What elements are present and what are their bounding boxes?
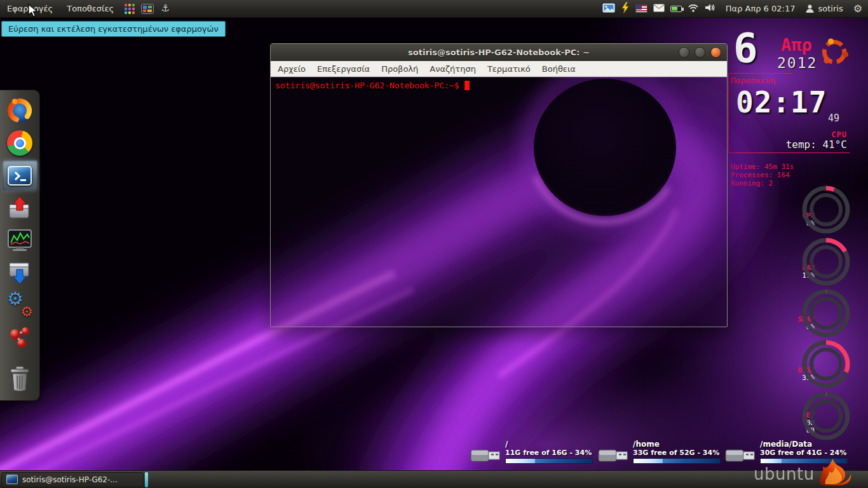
gauge-cpu-label: CPU6% bbox=[760, 212, 815, 227]
gauge-net-ring bbox=[797, 388, 855, 445]
shell-prompt: sotiris@sotiris-HP-G62-Notebook-PC:~$ bbox=[275, 81, 459, 90]
conky-weekday: Παρασκευή bbox=[731, 76, 775, 85]
terminal-icon bbox=[8, 166, 32, 186]
system-monitor-icon bbox=[6, 227, 33, 253]
volume-icon[interactable] bbox=[705, 3, 716, 14]
archive-up-arrow-icon bbox=[7, 195, 32, 220]
screenshot-tool-icon[interactable] bbox=[139, 0, 156, 17]
screenshot-tray-icon[interactable] bbox=[602, 3, 615, 15]
molecule-icon bbox=[7, 325, 32, 350]
power-manager-icon[interactable] bbox=[621, 2, 630, 15]
menu-view[interactable]: Προβολή bbox=[381, 64, 418, 74]
trash-icon bbox=[7, 365, 32, 392]
dock-item-system-settings[interactable]: ⚙ ⚙ bbox=[3, 290, 37, 320]
menu-edit[interactable]: Επεξεργασία bbox=[317, 64, 370, 74]
chrome-icon bbox=[7, 130, 32, 156]
conky-running: Running: 2 bbox=[731, 179, 794, 187]
gauge-cpu-ring bbox=[797, 181, 855, 238]
wifi-icon[interactable] bbox=[688, 3, 699, 14]
disk-free-info: 30G free of 41G - 24% bbox=[760, 449, 848, 458]
session-menu-gear-icon[interactable]: ⚙ bbox=[848, 4, 868, 14]
dock-item-downloader[interactable] bbox=[3, 257, 37, 288]
minimize-button[interactable] bbox=[679, 47, 689, 58]
gauge-disk-ring bbox=[797, 336, 855, 393]
menu-file[interactable]: Αρχείο bbox=[278, 64, 306, 74]
system-tray bbox=[599, 2, 720, 15]
keyboard-layout-us-icon[interactable] bbox=[635, 4, 648, 13]
applications-menu-tooltip: Εύρεση και εκτέλεση εγκατεστημένων εφαρμ… bbox=[1, 21, 226, 37]
user-icon bbox=[805, 4, 815, 13]
conky-processes: Processes: 164 bbox=[731, 171, 794, 179]
username: sotiris bbox=[818, 4, 843, 13]
top-panel: Εφαρμογές Τοποθεσίες ⚓ bbox=[0, 0, 868, 18]
app-grid-icon[interactable] bbox=[121, 0, 139, 17]
conky-day: 6 bbox=[733, 28, 758, 69]
gauge-ram-ring bbox=[797, 233, 855, 290]
disk-usage-bar bbox=[633, 458, 721, 464]
conky-cpu-label: CPU bbox=[731, 130, 847, 139]
dock-item-chrome[interactable] bbox=[3, 128, 37, 158]
conky-year: 2012 bbox=[777, 56, 817, 71]
dock-item-firefox[interactable] bbox=[3, 95, 37, 126]
disk-free-info: 33G free of 52G - 34% bbox=[633, 449, 721, 458]
dock-item-terminal[interactable] bbox=[3, 160, 37, 191]
disk-mount: /media/Data bbox=[760, 440, 848, 449]
user-menu[interactable]: sotiris bbox=[801, 4, 847, 13]
terminal-cursor bbox=[465, 81, 470, 90]
disk-usage-root: / 11G free of 16G - 34% bbox=[470, 435, 593, 464]
taskbar-window-button[interactable]: sotiris@sotiris-HP-G62-... bbox=[1, 472, 144, 487]
conky-divider bbox=[729, 152, 850, 153]
gauge-net-label: NET 0B 0B bbox=[760, 412, 815, 435]
conky-uptime: Uptime: 45m 31s bbox=[731, 163, 794, 171]
dock: ⚙ ⚙ bbox=[0, 90, 40, 401]
conky-divider-vertical bbox=[728, 73, 729, 154]
disk-mount: /home bbox=[633, 440, 721, 449]
terminal-menubar: Αρχείο Επεξεργασία Προβολή Αναζήτηση Τερ… bbox=[271, 61, 727, 77]
conky-month: Απρ bbox=[781, 36, 812, 53]
menu-search[interactable]: Αναζήτηση bbox=[430, 64, 476, 74]
desktop: 6 Απρ 2012 Παρασκευή 02:17 49 CPU temp: … bbox=[0, 0, 868, 488]
dock-item-molecule-modeler[interactable] bbox=[3, 322, 37, 353]
dock-item-archive-manager[interactable] bbox=[3, 193, 37, 223]
usb-drive-icon bbox=[598, 447, 630, 464]
taskbar-window-label: sotiris@sotiris-HP-G62-... bbox=[22, 475, 118, 484]
terminal-titlebar[interactable]: sotiris@sotiris-HP-G62-Notebook-PC: ~ bbox=[271, 44, 727, 61]
bottom-panel: sotiris@sotiris-HP-G62-... bbox=[0, 470, 868, 488]
mouse-cursor bbox=[28, 4, 38, 18]
branding: ubuntu bbox=[754, 458, 852, 485]
dock-item-trash[interactable] bbox=[3, 363, 37, 394]
usb-drive-icon bbox=[725, 447, 757, 464]
ubuntu-logo-icon bbox=[820, 38, 848, 66]
box-down-arrow-icon bbox=[7, 260, 32, 285]
terminal-window: sotiris@sotiris-HP-G62-Notebook-PC: ~ Αρ… bbox=[270, 43, 728, 327]
ubuntu-watermark: ubuntu bbox=[754, 466, 815, 485]
battery-icon[interactable] bbox=[670, 6, 682, 12]
gauge-swap-label: SWAP0% bbox=[760, 316, 815, 331]
dock-item-system-monitor[interactable] bbox=[3, 225, 37, 255]
disk-free-info: 11G free of 16G - 34% bbox=[505, 449, 593, 458]
usb-drive-icon bbox=[470, 447, 502, 464]
conky-clock: 02:17 bbox=[736, 88, 827, 117]
window-title: sotiris@sotiris-HP-G62-Notebook-PC: ~ bbox=[271, 48, 727, 57]
firefox-icon bbox=[6, 97, 33, 124]
close-button[interactable] bbox=[710, 47, 721, 58]
docky-anchor-icon[interactable]: ⚓ bbox=[156, 0, 174, 17]
menu-help[interactable]: Βοήθεια bbox=[542, 64, 576, 74]
terminal-icon bbox=[6, 475, 18, 484]
flame-logo-icon bbox=[817, 458, 852, 485]
disk-usage-home: /home 33G free of 52G - 34% bbox=[598, 435, 721, 464]
conky-seconds: 49 bbox=[828, 112, 839, 124]
gauge-swap-ring bbox=[797, 285, 855, 342]
menu-terminal[interactable]: Τερματικό bbox=[487, 64, 531, 74]
terminal-content[interactable]: sotiris@sotiris-HP-G62-Notebook-PC:~$ bbox=[271, 77, 727, 327]
conky-divider bbox=[729, 73, 792, 74]
maximize-button[interactable] bbox=[695, 47, 705, 58]
panel-clock[interactable]: Παρ Απρ 6 02:17 bbox=[720, 4, 801, 13]
places-menu[interactable]: Τοποθεσίες bbox=[60, 0, 121, 17]
disk-mount: / bbox=[505, 440, 593, 449]
conky-cpu-temp: temp: 41°C bbox=[731, 139, 847, 151]
mail-icon[interactable] bbox=[653, 4, 665, 14]
gauge-disk-label: DISK31% bbox=[760, 367, 815, 382]
conky-stats: Uptime: 45m 31s Processes: 164 Running: … bbox=[731, 163, 794, 187]
taskbar-accent bbox=[145, 472, 148, 487]
